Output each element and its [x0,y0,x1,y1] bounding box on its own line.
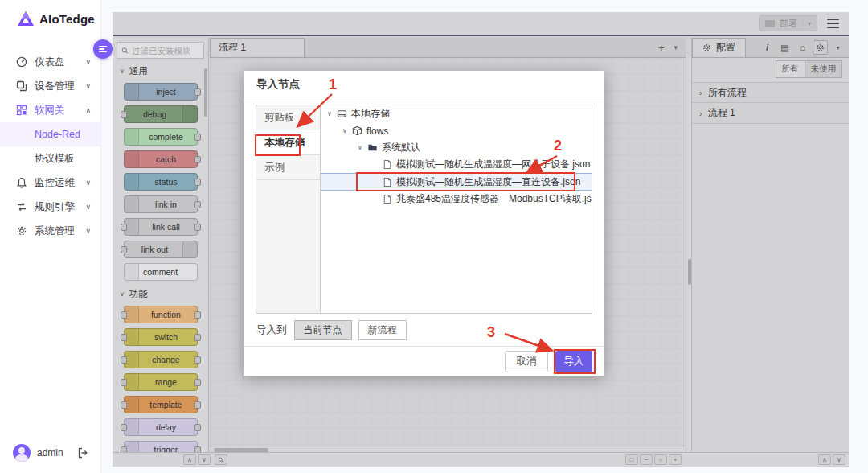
palette-node-comment[interactable]: comment [124,263,198,281]
palette-node-catch[interactable]: catch [124,150,198,168]
config-flow1-row[interactable]: › 流程 1 [692,103,849,124]
deploy-button[interactable]: 部署 ▾ [759,15,817,31]
debug-icon [182,106,197,122]
file-icon [383,159,392,170]
caret-down-icon[interactable]: ▾ [802,20,811,27]
sidebar-tabbar: 配置 i ▤ ⌂ ▾ [692,38,849,58]
chevron-down-icon[interactable]: ∨ [327,110,337,117]
tab-clipboard[interactable]: 剪贴板 [256,105,320,130]
sidebar-item-label: 规则引擎 [35,200,75,214]
workspace-search-button[interactable] [215,454,227,465]
scrollbar-thumb[interactable] [214,448,268,452]
palette-node-delay[interactable]: delay [124,418,198,436]
chevron-down-icon[interactable]: ∨ [358,144,367,151]
chevron-down-icon[interactable]: ∨ [342,127,352,134]
book-icon[interactable]: ▤ [777,40,792,55]
sidebar-footer-buttons: ∧ ∨ [818,454,845,465]
palette-node-template[interactable]: template [124,396,198,413]
chevron-down-icon: ∨ [85,203,91,211]
config-gear-icon[interactable] [813,40,828,55]
tab-examples[interactable]: 示例 [256,155,320,180]
palette-node-link-in[interactable]: link in [124,195,198,213]
input-port [121,246,127,253]
tree-item-system-default[interactable]: ∨ 系统默认 [321,139,592,156]
sidebar-item-dashboard[interactable]: 仪表盘 ∨ [0,50,100,74]
palette-category-function[interactable]: ∨ 功能 [113,286,208,302]
cancel-button[interactable]: 取消 [505,351,548,372]
chevron-up-icon: ∧ [85,106,91,114]
flow-tab[interactable]: 流程 1 [210,38,305,57]
info-icon[interactable]: i [760,40,775,55]
tree-item-local-storage[interactable]: ∨ 本地存储 [321,105,592,122]
output-port [194,156,201,163]
input-port [121,111,127,118]
zoom-fit-icon[interactable]: □ [625,454,638,465]
tree-item-file-gateway-subdevice[interactable]: 模拟测试—随机生成温湿度—网关子设备.json [321,156,592,173]
input-port [121,401,127,409]
palette-search-input[interactable] [132,46,199,56]
logout-icon[interactable] [77,447,88,459]
palette-category-common[interactable]: ∨ 通用 [113,63,208,79]
input-port [121,356,127,364]
sidebar-item-label: 仪表盘 [35,56,65,69]
scrollbar-thumb[interactable] [688,259,691,285]
palette-node-link-out[interactable]: link out [124,241,198,258]
import-button[interactable]: 导入 [555,351,592,372]
collapse-up-icon[interactable]: ∧ [818,454,831,465]
tab-local-storage[interactable]: 本地存储 [256,130,320,155]
sidebar-item-label: 设备管理 [35,80,75,93]
target-new-flow-button[interactable]: 新流程 [358,320,407,340]
sidebar-item-system[interactable]: 系统管理 ∨ [0,219,100,243]
filter-all-button[interactable]: 所有 [776,60,805,78]
palette-node-trigger[interactable]: trigger [124,441,198,452]
zoom-out-icon[interactable]: − [640,454,653,465]
home-icon[interactable]: ⌂ [795,40,810,55]
palette-node-status[interactable]: status [124,173,198,191]
package-icon [352,125,362,136]
sidebar-item-devices[interactable]: 设备管理 ∨ [0,74,100,98]
tree-item-file-modbus-sensor[interactable]: 兆泰盛485温湿度传感器—ModbusTCP读取.json [321,191,592,208]
sidebar-item-protocol-template[interactable]: 协议模板 [0,146,100,171]
palette-node-debug[interactable]: debug [124,105,198,123]
flow-list-caret-icon[interactable]: ▾ [674,43,678,51]
palette-node-change[interactable]: change [124,351,198,368]
sidebar-collapse-button[interactable] [93,39,113,59]
output-port [194,356,201,364]
palette-node-range[interactable]: range [124,373,198,391]
avatar[interactable] [13,444,31,462]
zoom-reset-icon[interactable]: ○ [654,454,667,465]
config-all-flows-row[interactable]: › 所有流程 [692,82,849,103]
tab-config[interactable]: 配置 [692,38,746,57]
palette-node-function[interactable]: function [124,306,198,323]
sidebar-item-rules[interactable]: 规则引擎 ∨ [0,195,100,219]
collapse-down-icon[interactable]: ∨ [198,454,211,465]
caret-down-icon[interactable]: ▾ [830,40,845,55]
zoom-in-icon[interactable]: + [669,454,682,465]
collapse-down-icon[interactable]: ∨ [833,454,845,465]
canvas-v-scrollbar[interactable] [686,58,691,452]
nodered-sidebar: 配置 i ▤ ⌂ ▾ 所有 未使用 › [691,38,849,452]
sidebar-item-gateway[interactable]: 软网关 ∧ [0,98,100,122]
tree-item-flows[interactable]: ∨ flows [321,122,592,139]
filter-unused-button[interactable]: 未使用 [805,60,843,78]
palette-search[interactable] [117,42,204,59]
search-icon [121,47,129,55]
tree-item-file-direct-device[interactable]: 模拟测试—随机生成温湿度—直连设备.json [321,173,592,191]
palette-node-switch[interactable]: switch [124,328,198,346]
sidebar-item-monitoring[interactable]: 监控运维 ∨ [0,171,100,195]
canvas-h-scrollbar[interactable] [210,446,686,452]
add-flow-button[interactable]: + [658,42,665,54]
palette-node-inject[interactable]: inject [124,83,198,101]
palette-scrollbar[interactable] [204,68,207,117]
menu-icon[interactable] [827,19,839,28]
collapse-up-icon[interactable]: ∧ [183,454,196,465]
sidebar-item-node-red[interactable]: Node-Red [0,122,100,146]
palette-node-link-call[interactable]: link call [124,218,198,236]
palette-node-complete[interactable]: complete [124,128,198,146]
folder-icon [367,142,378,153]
config-filter: 所有 未使用 [692,59,849,80]
chevron-down-icon: ∨ [85,82,91,90]
rules-icon [16,201,27,212]
import-to-label: 导入到 [256,323,287,337]
target-current-flow-button[interactable]: 当前节点 [294,320,352,340]
